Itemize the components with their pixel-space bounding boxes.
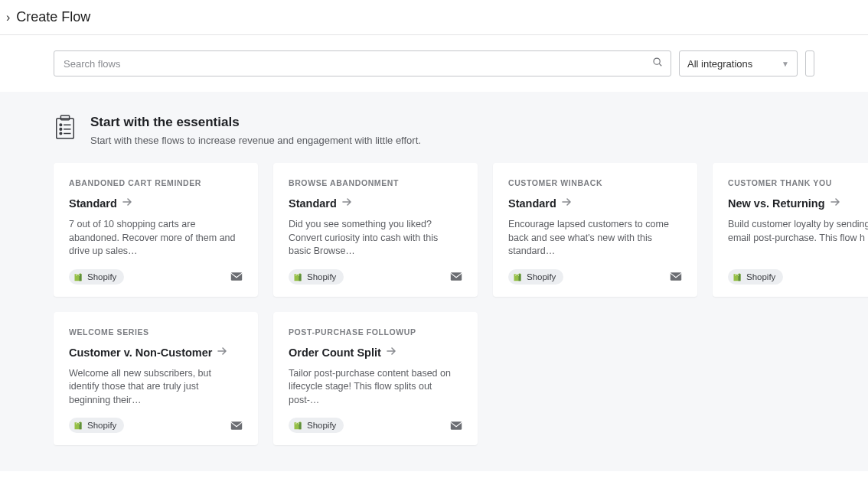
arrow-right-icon — [386, 346, 396, 359]
card-footer: Shopify — [289, 269, 462, 285]
svg-point-6 — [60, 129, 62, 131]
card-description: Tailor post-purchase content based on li… — [289, 367, 462, 408]
clipboard-icon — [54, 115, 77, 144]
chip-label: Shopify — [307, 421, 336, 430]
essentials-title: Start with the essentials — [90, 115, 421, 130]
card-title: Standard — [289, 197, 337, 210]
page-title: Create Flow — [16, 9, 90, 25]
shopify-icon — [293, 420, 302, 431]
mail-icon — [230, 421, 243, 431]
card-title: Order Count Split — [289, 346, 381, 359]
filter-bar: All integrations ▼ — [0, 35, 868, 76]
flow-card[interactable]: CUSTOMER WINBACK Standard Encourage laps… — [493, 163, 697, 297]
secondary-button-partial[interactable] — [805, 50, 814, 76]
essentials-header: Start with the essentials Start with the… — [54, 115, 868, 146]
chip-label: Shopify — [87, 421, 116, 430]
arrow-right-icon — [341, 197, 352, 210]
card-title-row: Standard — [508, 197, 682, 210]
card-description: Did you see something you liked? Convert… — [289, 218, 462, 259]
flow-card[interactable]: WELCOME SERIES Customer v. Non-Customer … — [54, 312, 258, 446]
chip-label: Shopify — [746, 272, 775, 281]
card-title-row: Standard — [69, 197, 243, 210]
flow-card[interactable]: CUSTOMER THANK YOU New vs. Returning Bui… — [713, 163, 868, 297]
card-description: 7 out of 10 shopping carts are abandoned… — [69, 218, 243, 259]
card-footer: Shopify — [289, 418, 462, 433]
svg-line-1 — [659, 63, 661, 66]
mail-icon — [450, 272, 462, 281]
card-title-row: Customer v. Non-Customer — [69, 346, 243, 359]
arrow-right-icon — [561, 197, 572, 210]
integration-chip: Shopify — [508, 269, 563, 285]
arrow-right-icon — [830, 197, 840, 210]
shopify-icon — [733, 272, 742, 282]
essentials-subtitle: Start with these flows to increase reven… — [90, 135, 421, 146]
integrations-select[interactable]: All integrations ▼ — [679, 50, 798, 76]
flow-card[interactable]: ABANDONED CART REMINDER Standard 7 out o… — [54, 163, 258, 297]
mail-icon — [670, 272, 682, 281]
card-title-row: Order Count Split — [289, 346, 462, 359]
svg-point-8 — [60, 132, 62, 135]
integration-chip: Shopify — [69, 269, 124, 285]
svg-point-4 — [60, 124, 62, 126]
card-eyebrow: BROWSE ABANDONMENT — [289, 178, 462, 187]
card-description: Build customer loyalty by sending a you … — [728, 218, 868, 259]
svg-point-0 — [654, 58, 660, 64]
flow-card[interactable]: BROWSE ABANDONMENT Standard Did you see … — [273, 163, 478, 297]
arrow-right-icon — [217, 346, 227, 359]
card-title: New vs. Returning — [728, 197, 825, 210]
shopify-icon — [73, 420, 83, 431]
essentials-section: Start with the essentials Start with the… — [0, 92, 868, 471]
chevron-down-icon: ▼ — [782, 60, 789, 68]
svg-rect-3 — [60, 115, 69, 120]
integrations-select-value: All integrations — [687, 58, 752, 70]
integration-chip: Shopify — [289, 418, 344, 433]
card-eyebrow: CUSTOMER WINBACK — [508, 178, 682, 187]
essentials-cards-grid: ABANDONED CART REMINDER Standard 7 out o… — [54, 163, 868, 445]
integration-chip: Shopify — [69, 418, 124, 433]
search-icon[interactable] — [644, 57, 671, 70]
card-title: Standard — [69, 197, 117, 210]
chip-label: Shopify — [527, 272, 556, 281]
goal-section: Browse by goal View — [0, 471, 868, 488]
card-footer: Shopify — [69, 269, 243, 285]
card-eyebrow: ABANDONED CART REMINDER — [69, 178, 243, 187]
shopify-icon — [513, 272, 522, 282]
shopify-icon — [73, 272, 83, 282]
card-footer: Shopify — [508, 269, 682, 285]
card-title: Customer v. Non-Customer — [69, 346, 212, 359]
integration-chip: Shopify — [289, 269, 344, 285]
card-title-row: Standard — [289, 197, 462, 210]
card-eyebrow: WELCOME SERIES — [69, 327, 243, 337]
search-input-wrap[interactable] — [54, 50, 671, 76]
page-header: › Create Flow — [0, 0, 868, 35]
arrow-right-icon — [122, 197, 132, 210]
card-description: Welcome all new subscribers, but identif… — [69, 367, 243, 408]
mail-icon — [230, 272, 243, 281]
breadcrumb-chevron-icon[interactable]: › — [6, 11, 10, 24]
integration-chip: Shopify — [728, 269, 783, 285]
card-footer: Shopify — [69, 418, 243, 433]
mail-icon — [450, 421, 462, 431]
chip-label: Shopify — [307, 272, 336, 281]
chip-label: Shopify — [87, 272, 116, 281]
card-eyebrow: CUSTOMER THANK YOU — [728, 178, 868, 187]
card-footer: Shopify — [728, 269, 868, 285]
card-description: Encourage lapsed customers to come back … — [508, 218, 682, 259]
flow-card[interactable]: POST-PURCHASE FOLLOWUP Order Count Split… — [273, 312, 478, 446]
shopify-icon — [293, 272, 302, 282]
card-title-row: New vs. Returning — [728, 197, 868, 210]
search-input[interactable] — [54, 51, 644, 76]
card-title: Standard — [508, 197, 556, 210]
svg-rect-2 — [57, 119, 74, 138]
card-eyebrow: POST-PURCHASE FOLLOWUP — [289, 327, 462, 337]
